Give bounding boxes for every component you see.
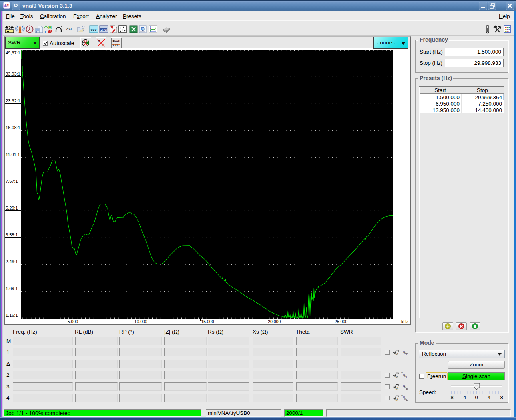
svg-text:T: T xyxy=(401,384,403,386)
svg-text:E: E xyxy=(406,398,408,401)
svg-text:CAL: CAL xyxy=(66,28,73,31)
svg-text:JPG: JPG xyxy=(101,28,107,32)
svg-text:M: M xyxy=(396,352,398,356)
svg-text:a: a xyxy=(7,4,9,8)
svg-text:@: @ xyxy=(142,27,145,31)
svg-text:M: M xyxy=(396,398,398,401)
svg-text:M: M xyxy=(48,25,52,30)
svg-text:?: ? xyxy=(8,25,11,30)
svg-text:T: T xyxy=(401,349,403,352)
svg-text:M: M xyxy=(396,386,398,390)
svg-text:T: T xyxy=(401,372,403,375)
svg-text:T: T xyxy=(401,395,403,398)
svg-text:csv: csv xyxy=(91,28,97,32)
svg-text:E: E xyxy=(406,387,408,390)
svg-text:T: T xyxy=(44,30,46,34)
svg-text:E: E xyxy=(406,376,408,378)
svg-text:E: E xyxy=(406,353,408,356)
svg-text:M: M xyxy=(396,375,398,378)
